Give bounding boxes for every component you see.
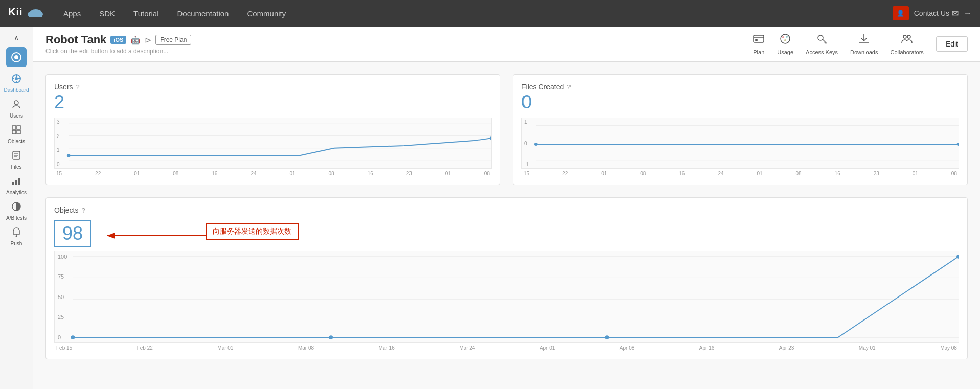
svg-point-60	[71, 335, 75, 339]
objects-icon	[11, 125, 21, 138]
svg-point-33	[786, 36, 788, 38]
nav-links: Apps SDK Tutorial Documentation Communit…	[54, 0, 893, 27]
objects-chart-svg	[55, 251, 959, 342]
logo-text: Kii	[8, 4, 44, 22]
action-downloads-label: Downloads	[850, 49, 878, 55]
svg-point-61	[329, 335, 333, 339]
sidebar-item-users-label: Users	[10, 113, 23, 119]
app-header: Robot Tank iOS 🤖 ⊳ Free Plan Click on th…	[33, 27, 980, 62]
user-avatar-button[interactable]: 👤	[893, 6, 909, 20]
contact-us-button[interactable]: Contact Us ✉	[914, 9, 959, 18]
nav-apps[interactable]: Apps	[54, 0, 90, 27]
files-title-text: Files Created	[521, 83, 564, 91]
app-actions: Plan Usage	[753, 33, 968, 55]
svg-point-40	[903, 35, 906, 38]
action-downloads[interactable]: Downloads	[850, 33, 878, 55]
svg-point-13	[14, 101, 18, 105]
sidebar-item-analytics-label: Analytics	[6, 190, 27, 195]
svg-point-6	[14, 55, 18, 59]
svg-rect-30	[755, 39, 758, 41]
sidebar-item-files[interactable]: Files	[0, 146, 33, 172]
nav-community[interactable]: Community	[238, 0, 295, 27]
sidebar-app-icon	[6, 47, 27, 67]
sidebar-item-objects[interactable]: Objects	[0, 121, 33, 146]
files-icon	[11, 150, 21, 163]
objects-help-icon[interactable]: ?	[81, 207, 85, 214]
action-usage[interactable]: Usage	[777, 33, 793, 55]
svg-point-8	[15, 77, 18, 80]
users-help-icon[interactable]: ?	[76, 83, 80, 91]
objects-y-labels: 100 75 50 25 0	[55, 251, 71, 342]
users-title-text: Users	[54, 83, 73, 91]
action-plan-label: Plan	[753, 49, 764, 55]
files-chart-svg	[522, 118, 959, 168]
analytics-icon	[11, 176, 21, 189]
sidebar-item-users[interactable]: Users	[0, 95, 33, 121]
action-collaborators[interactable]: Collaborators	[890, 33, 923, 55]
mail-icon: ✉	[952, 9, 959, 18]
action-access-keys[interactable]: Access Keys	[806, 33, 838, 55]
action-plan[interactable]: Plan	[753, 33, 765, 55]
app-subtitle: Click on the edit button to add a descri…	[45, 48, 191, 55]
dashboard-icon	[11, 74, 21, 86]
nav-documentation[interactable]: Documentation	[168, 0, 238, 27]
sidebar-item-analytics[interactable]: Analytics	[0, 172, 33, 197]
svg-rect-17	[17, 130, 20, 134]
main-layout: ∧ Dashboard	[0, 27, 980, 389]
sidebar-item-dashboard-label: Dashboard	[4, 87, 29, 93]
sidebar-item-push[interactable]: Push	[0, 223, 33, 248]
svg-point-27	[16, 236, 17, 237]
svg-point-51	[534, 143, 538, 146]
charts-top-row: Users ? 2 3 2 1 0	[45, 74, 968, 185]
push-icon	[11, 227, 21, 240]
files-help-icon[interactable]: ?	[567, 83, 571, 91]
svg-point-62	[605, 335, 609, 339]
contact-us-label: Contact Us	[914, 9, 949, 17]
files-count: 0	[521, 93, 959, 111]
files-chart-area: 1 0 -1	[521, 118, 959, 169]
wp-icon: ⊳	[145, 35, 151, 45]
svg-point-46	[67, 154, 71, 157]
downloads-icon	[858, 33, 870, 48]
users-x-labels: 15 22 01 08 16 24 01 08 16 23 01 08	[54, 169, 492, 176]
svg-point-34	[784, 39, 786, 41]
android-icon: 🤖	[130, 35, 141, 45]
users-chart-svg	[55, 118, 491, 168]
edit-button[interactable]: Edit	[936, 36, 968, 52]
top-navigation: Kii Apps SDK Tutorial Documentation Comm…	[0, 0, 980, 27]
logo-area: Kii	[8, 4, 44, 22]
app-title: Robot Tank	[45, 33, 106, 47]
dashboard-content: Users ? 2 3 2 1 0	[33, 62, 980, 372]
sidebar-item-objects-label: Objects	[8, 139, 25, 144]
users-chart-area: 3 2 1 0	[54, 118, 492, 169]
main-content: Robot Tank iOS 🤖 ⊳ Free Plan Click on th…	[33, 27, 980, 389]
users-chart-title: Users ?	[54, 83, 492, 91]
plan-badge: Free Plan	[155, 35, 191, 45]
usage-icon	[779, 33, 791, 48]
nav-tutorial[interactable]: Tutorial	[124, 0, 168, 27]
sidebar-collapse-button[interactable]: ∧	[0, 31, 33, 45]
annotation-box: 向服务器发送的数据次数	[206, 223, 299, 240]
svg-rect-22	[12, 182, 14, 185]
files-chart-title: Files Created ?	[521, 83, 959, 91]
svg-point-32	[782, 36, 784, 38]
svg-rect-24	[18, 178, 20, 185]
collaborators-icon	[901, 33, 913, 48]
sidebar-item-dashboard[interactable]: Dashboard	[0, 70, 33, 95]
ab-tests-icon	[11, 201, 21, 214]
objects-header: Objects ?	[54, 206, 959, 216]
svg-rect-4	[29, 13, 42, 17]
objects-title-text: Objects	[54, 206, 78, 214]
svg-rect-14	[12, 126, 16, 129]
sidebar-item-ab-tests-label: A/B tests	[6, 215, 27, 221]
objects-chart-area: 100 75 50 25 0	[54, 251, 959, 343]
svg-point-31	[781, 34, 790, 43]
nav-arrow-icon[interactable]: →	[964, 9, 972, 18]
users-icon	[11, 99, 21, 112]
objects-x-labels: Feb 15 Feb 22 Mar 01 Mar 08 Mar 16 Mar 2…	[54, 343, 959, 351]
nav-sdk[interactable]: SDK	[90, 0, 124, 27]
svg-rect-15	[17, 126, 20, 129]
sidebar-item-ab-tests[interactable]: A/B tests	[0, 197, 33, 223]
sidebar: ∧ Dashboard	[0, 27, 33, 389]
users-count: 2	[54, 93, 492, 111]
